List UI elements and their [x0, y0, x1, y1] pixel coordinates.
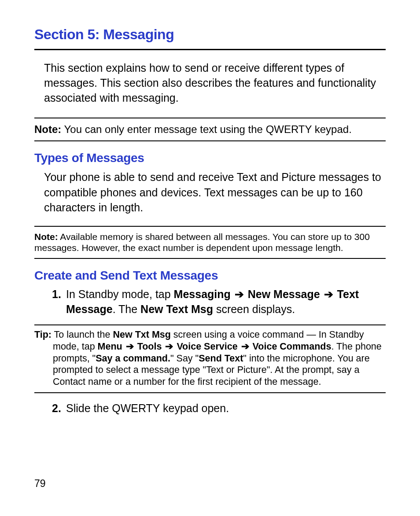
step-body: Slide the QWERTY keypad open.: [66, 401, 386, 416]
step-number: 1.: [52, 287, 66, 317]
text: . The: [113, 303, 140, 315]
step-2: 2. Slide the QWERTY keypad open.: [52, 401, 386, 416]
arrow-icon: ➔: [231, 288, 248, 300]
text: To launch the: [52, 329, 113, 340]
bold-text: Say a command.: [96, 353, 170, 364]
intro-paragraph: This section explains how to send or rec…: [44, 61, 386, 105]
text: " Say ": [170, 353, 199, 364]
arrow-icon: ➔: [320, 288, 337, 300]
manual-page: Section 5: Messaging This section explai…: [0, 0, 420, 516]
title-rule: [34, 49, 386, 50]
arrow-icon: ➔: [122, 341, 137, 352]
bold-text: New Message: [248, 288, 320, 300]
section-title: Section 5: Messaging: [34, 26, 386, 43]
bold-text: Voice Service: [177, 341, 237, 352]
page-number: 79: [34, 478, 46, 490]
note-text: You can only enter message text using th…: [61, 123, 352, 135]
note-label: Note:: [34, 232, 58, 242]
text: screen displays.: [213, 303, 295, 315]
step-body: In Standby mode, tap Messaging ➔ New Mes…: [66, 287, 386, 317]
bold-text: New Text Msg: [140, 303, 213, 315]
arrow-icon: ➔: [162, 341, 177, 352]
bold-text: Tools: [137, 341, 162, 352]
tip-label: Tip:: [34, 329, 52, 340]
note-text: Available memory is shared between all m…: [34, 232, 370, 253]
step-number: 2.: [52, 401, 66, 416]
bold-text: Menu: [98, 341, 122, 352]
heading-types-of-messages: Types of Messages: [34, 151, 386, 165]
bold-text: Send Text: [199, 353, 243, 364]
step-1: 1. In Standby mode, tap Messaging ➔ New …: [52, 287, 386, 317]
note-memory: Note: Available memory is shared between…: [34, 226, 386, 259]
types-body: Your phone is able to send and receive T…: [44, 170, 386, 215]
text: In Standby mode, tap: [66, 288, 174, 300]
heading-create-send: Create and Send Text Messages: [34, 269, 386, 283]
note-qwerty: Note: You can only enter message text us…: [34, 118, 386, 141]
bold-text: Messaging: [174, 288, 231, 300]
bold-text: New Txt Msg: [113, 329, 170, 340]
bold-text: Voice Commands: [253, 341, 332, 352]
arrow-icon: ➔: [238, 341, 253, 352]
tip-voice-command: Tip: To launch the New Txt Msg screen us…: [34, 324, 386, 393]
note-label: Note:: [34, 123, 61, 135]
